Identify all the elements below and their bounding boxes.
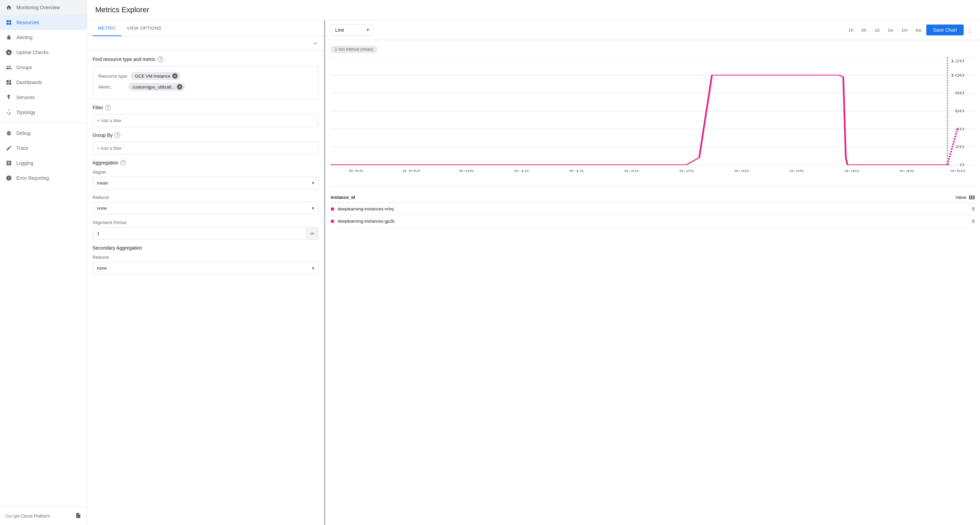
resource-metric-container: Resource type: GCE VM Instance ✕ Metric:…	[92, 66, 318, 99]
groups-icon	[5, 64, 12, 71]
more-options-button[interactable]: ⋮	[965, 24, 975, 35]
find-resource-help-icon[interactable]: ?	[158, 56, 163, 62]
metric-row: Metric: custom/gpu_utilizati... ✕	[98, 83, 313, 91]
sidebar-item-label: Monitoring Overview	[16, 5, 60, 10]
time-button-1d[interactable]: 1d	[871, 26, 883, 35]
group-by-group: Group By ?	[92, 132, 318, 155]
reducer-select[interactable]: none sum min max mean count	[92, 202, 318, 214]
alignment-period-input[interactable]	[93, 227, 306, 239]
sidebar-footer: Google Cloud Platform	[0, 507, 87, 525]
sidebar-item-trace[interactable]: Trace	[0, 140, 87, 156]
legend-instance-name-1: deeplearning-instances-gp2b	[337, 219, 395, 224]
svg-text:9:35: 9:35	[789, 169, 804, 172]
aligner-select[interactable]: mean sum min max count stddev	[92, 177, 318, 189]
chart-type-select[interactable]: Line Bar Stacked bar Heatmap	[331, 24, 373, 36]
debug-icon	[5, 130, 12, 137]
save-chart-button[interactable]: Save Chart	[926, 24, 964, 35]
sidebar-item-uptime-checks[interactable]: Uptime Checks	[0, 45, 87, 60]
chart-toolbar: Line Bar Stacked bar Heatmap ▼ 1h 6h 1d …	[325, 20, 980, 40]
svg-text:9:25: 9:25	[679, 169, 694, 172]
sidebar-item-label: Resources	[16, 20, 39, 25]
svg-text:9:20: 9:20	[624, 169, 639, 172]
columns-icon[interactable]	[969, 195, 975, 199]
sidebar-item-topology[interactable]: Topology	[0, 105, 87, 120]
sidebar-item-alerting[interactable]: Alerting	[0, 30, 87, 45]
tab-metric[interactable]: METRIC	[92, 20, 121, 36]
svg-text:0: 0	[959, 163, 964, 167]
resource-type-row: Resource type: GCE VM Instance ✕	[98, 72, 313, 80]
sidebar-item-resources[interactable]: Resources	[0, 15, 87, 30]
svg-text:9:30: 9:30	[734, 169, 749, 172]
uptime-icon	[5, 49, 12, 56]
time-button-1m[interactable]: 1m	[898, 26, 911, 35]
svg-text:9:40: 9:40	[844, 169, 859, 172]
reducer-wrapper: none sum min max mean count ▼	[92, 202, 318, 214]
aggregation-label: Aggregation ?	[92, 160, 318, 166]
sidebar: Monitoring Overview Resources Alerting U…	[0, 0, 87, 525]
right-panel: Line Bar Stacked bar Heatmap ▼ 1h 6h 1d …	[325, 20, 980, 525]
svg-text:120: 120	[950, 59, 965, 63]
svg-text:80: 80	[955, 91, 964, 95]
value-header: Value	[956, 195, 966, 200]
metric-section: Find resource type and metric ? Resource…	[87, 37, 324, 285]
svg-text:9:50: 9:50	[950, 169, 965, 172]
svg-text:9:45: 9:45	[899, 169, 914, 172]
filter-help-icon[interactable]: ?	[105, 105, 111, 110]
metric-remove-button[interactable]: ✕	[177, 84, 182, 89]
legend-color-dot-0	[331, 207, 334, 211]
svg-text:20: 20	[955, 145, 964, 149]
aggregation-group: Aggregation ? Aligner mean sum min	[92, 160, 318, 240]
sidebar-item-label: Error Reporting	[16, 176, 49, 181]
tab-view-options[interactable]: VIEW OPTIONS	[121, 20, 167, 36]
tab-bar: METRIC VIEW OPTIONS	[87, 20, 324, 37]
aggregation-help-icon[interactable]: ?	[121, 160, 126, 166]
page-title: Metrics Explorer	[95, 5, 972, 14]
docs-icon[interactable]	[75, 512, 81, 520]
legend-row-0[interactable]: deeplearning-instances-nrhq 0	[331, 203, 975, 215]
secondary-reducer-label: Reducer	[92, 255, 318, 260]
sidebar-item-dashboards[interactable]: Dashboards	[0, 75, 87, 90]
sidebar-item-error-reporting[interactable]: Error Reporting	[0, 171, 87, 185]
error-reporting-icon	[5, 175, 12, 182]
sidebar-item-label: Topology	[16, 110, 35, 115]
time-button-6w[interactable]: 6w	[912, 26, 925, 35]
time-controls: 1h 6h 1d 1w 1m 6w Save Chart ⋮	[845, 24, 975, 35]
svg-text:100: 100	[950, 73, 965, 77]
group-by-input[interactable]	[92, 142, 318, 155]
legend-row-1[interactable]: deeplearning-instances-gp2b 0	[331, 215, 975, 227]
time-button-6h[interactable]: 6h	[858, 26, 870, 35]
section-header	[87, 37, 324, 51]
secondary-aggregation-group: Secondary Aggregation Reducer none sum m…	[92, 245, 318, 274]
filter-label: Filter ?	[92, 105, 318, 110]
sidebar-item-label: Trace	[16, 145, 28, 151]
chart-interval-badge: 1 min interval (mean)	[331, 46, 377, 53]
svg-text:9:10: 9:10	[514, 169, 529, 172]
time-button-1h[interactable]: 1h	[845, 26, 856, 35]
alignment-period-row: m	[92, 227, 318, 240]
sidebar-item-debug[interactable]: Debug	[0, 126, 87, 140]
sidebar-item-groups[interactable]: Groups	[0, 60, 87, 75]
svg-text:8:55: 8:55	[349, 169, 364, 172]
resource-type-chip: GCE VM Instance ✕	[130, 72, 180, 80]
sidebar-item-monitoring-overview[interactable]: Monitoring Overview	[0, 0, 87, 15]
legend-color-dot-1	[331, 220, 334, 223]
section-body: Find resource type and metric ? Resource…	[87, 51, 324, 285]
svg-text:9 PM: 9 PM	[402, 169, 420, 172]
group-by-help-icon[interactable]: ?	[115, 132, 120, 138]
left-panel: METRIC VIEW OPTIONS Find resource type a…	[87, 20, 325, 525]
resource-type-label: Resource type:	[98, 73, 128, 79]
sidebar-item-label: Uptime Checks	[16, 50, 49, 55]
svg-text:60: 60	[955, 109, 964, 113]
filter-input[interactable]	[92, 114, 318, 127]
sidebar-item-services[interactable]: Services	[0, 90, 87, 105]
sidebar-item-label: Dashboards	[16, 80, 42, 85]
page-header: Metrics Explorer	[87, 0, 980, 20]
sidebar-item-logging[interactable]: Logging	[0, 156, 87, 171]
chart-container[interactable]: 0 20 40 60 80 100 120 8:55 9 PM 9:05 9:1…	[331, 57, 975, 187]
collapse-button[interactable]	[312, 40, 318, 47]
time-button-1w[interactable]: 1w	[885, 26, 897, 35]
chart-svg: 0 20 40 60 80 100 120 8:55 9 PM 9:05 9:1…	[331, 57, 975, 186]
secondary-reducer-select[interactable]: none sum min max mean	[92, 262, 318, 274]
metric-label: Metric:	[98, 85, 126, 89]
resource-type-remove-button[interactable]: ✕	[172, 73, 178, 79]
